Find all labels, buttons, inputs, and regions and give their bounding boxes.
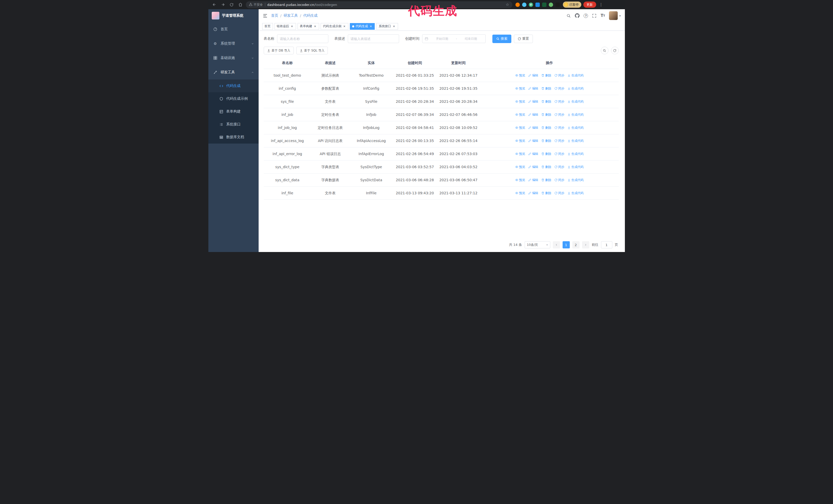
prev-page-button[interactable] xyxy=(553,241,560,248)
font-size-icon[interactable]: TT xyxy=(600,13,605,18)
sync-link[interactable]: 同步 xyxy=(554,138,564,143)
sidebar-item-infra[interactable]: 基础设施 xyxy=(208,51,259,65)
goto-page-input[interactable] xyxy=(601,241,612,248)
preview-link[interactable]: 预览 xyxy=(515,138,525,143)
reload-icon[interactable] xyxy=(229,1,235,8)
sidebar-item-codegen-example[interactable]: 代码生成示例 xyxy=(208,92,259,105)
sync-link[interactable]: 同步 xyxy=(554,99,564,104)
tab-codegen-example[interactable]: 代码生成示例 × xyxy=(320,23,348,30)
back-icon[interactable] xyxy=(211,1,218,8)
extension-icon[interactable] xyxy=(536,3,540,7)
edit-link[interactable]: 编辑 xyxy=(528,99,538,104)
home-icon[interactable] xyxy=(237,1,244,8)
preview-link[interactable]: 预览 xyxy=(515,177,525,183)
help-icon[interactable]: ? xyxy=(584,14,588,18)
user-menu[interactable]: ▾ xyxy=(609,11,620,20)
tab-codegen[interactable]: 代码生成 × xyxy=(350,23,375,30)
profile-paused-badge[interactable]: 已暂停 xyxy=(563,2,581,8)
sync-link[interactable]: 同步 xyxy=(554,151,564,157)
close-icon[interactable]: × xyxy=(290,25,294,28)
sync-link[interactable]: 同步 xyxy=(554,86,564,91)
generate-code-link[interactable]: 生成代码 xyxy=(568,164,584,169)
sync-link[interactable]: 同步 xyxy=(554,125,564,130)
edit-link[interactable]: 编辑 xyxy=(528,112,538,117)
breadcrumb-devtools[interactable]: 研发工具 xyxy=(284,13,298,18)
table-name-input[interactable] xyxy=(277,34,328,43)
preview-link[interactable]: 预览 xyxy=(515,164,525,169)
page-button-1[interactable]: 1 xyxy=(563,241,570,248)
hamburger-icon[interactable] xyxy=(263,13,268,18)
search-button[interactable]: 搜索 xyxy=(492,34,511,43)
close-icon[interactable]: × xyxy=(369,25,373,28)
fullscreen-icon[interactable] xyxy=(592,14,596,18)
bookmark-star-icon[interactable]: ☆ xyxy=(506,2,509,7)
date-range-picker[interactable]: 开始日期 - 结束日期 xyxy=(422,34,486,43)
generate-code-link[interactable]: 生成代码 xyxy=(568,125,584,130)
tab-form-builder[interactable]: 表单构建 × xyxy=(298,23,319,30)
delete-link[interactable]: 删除 xyxy=(541,112,551,117)
preview-link[interactable]: 预览 xyxy=(515,190,525,196)
reset-button[interactable]: 重置 xyxy=(514,34,533,43)
preview-link[interactable]: 预览 xyxy=(515,86,525,91)
sync-link[interactable]: 同步 xyxy=(554,112,564,117)
delete-link[interactable]: 删除 xyxy=(541,86,551,91)
preview-link[interactable]: 预览 xyxy=(515,112,525,117)
delete-link[interactable]: 删除 xyxy=(541,177,551,183)
extension-icon[interactable] xyxy=(555,3,560,7)
toggle-search-button[interactable] xyxy=(601,47,609,54)
generate-code-link[interactable]: 生成代码 xyxy=(568,177,584,183)
extension-icon[interactable] xyxy=(522,3,526,7)
sync-link[interactable]: 同步 xyxy=(554,177,564,183)
edit-link[interactable]: 编辑 xyxy=(528,164,538,169)
sidebar-item-system[interactable]: ⚙ 系统管理 xyxy=(208,37,259,51)
sidebar-item-db-doc[interactable]: 数据库文档 xyxy=(208,131,259,144)
delete-link[interactable]: 删除 xyxy=(541,164,551,169)
preview-link[interactable]: 预览 xyxy=(515,125,525,130)
table-desc-input[interactable] xyxy=(348,34,399,43)
extension-icon[interactable] xyxy=(549,3,553,7)
page-button-2[interactable]: 2 xyxy=(572,241,579,248)
close-icon[interactable]: × xyxy=(392,25,396,28)
update-button[interactable]: 更新 xyxy=(584,2,596,8)
edit-link[interactable]: 编辑 xyxy=(528,86,538,91)
delete-link[interactable]: 删除 xyxy=(541,190,551,196)
page-size-select[interactable]: 10条/页 ▾ xyxy=(525,241,550,248)
generate-code-link[interactable]: 生成代码 xyxy=(568,86,584,91)
edit-link[interactable]: 编辑 xyxy=(528,190,538,196)
tab-home[interactable]: 首页 xyxy=(262,23,273,30)
security-warning[interactable]: 不安全 xyxy=(249,3,263,7)
extension-icon[interactable]: V xyxy=(529,3,533,7)
tab-tracing[interactable]: 链路追踪 × xyxy=(275,23,296,30)
generate-code-link[interactable]: 生成代码 xyxy=(568,138,584,143)
sidebar-item-form-builder[interactable]: 表单构建 xyxy=(208,105,259,118)
tab-api[interactable]: 系统接口 × xyxy=(376,23,398,30)
close-icon[interactable]: × xyxy=(343,25,346,28)
sync-link[interactable]: 同步 xyxy=(554,73,564,78)
sidebar-logo[interactable]: 芋道管理系统 xyxy=(208,9,259,22)
preview-link[interactable]: 预览 xyxy=(515,73,525,78)
delete-link[interactable]: 删除 xyxy=(541,125,551,130)
sync-link[interactable]: 同步 xyxy=(554,164,564,169)
sync-link[interactable]: 同步 xyxy=(554,190,564,196)
generate-code-link[interactable]: 生成代码 xyxy=(568,151,584,157)
sidebar-item-api[interactable]: 系统接口 xyxy=(208,118,259,131)
forward-icon[interactable] xyxy=(220,1,226,8)
extension-icon[interactable] xyxy=(516,3,520,7)
search-icon[interactable] xyxy=(567,14,571,18)
github-icon[interactable] xyxy=(575,13,579,18)
refresh-table-button[interactable] xyxy=(611,47,619,54)
edit-link[interactable]: 编辑 xyxy=(528,73,538,78)
delete-link[interactable]: 删除 xyxy=(541,99,551,104)
preview-link[interactable]: 预览 xyxy=(515,151,525,157)
browser-menu-icon[interactable]: ⋮ xyxy=(598,2,604,7)
sidebar-item-codegen[interactable]: 代码生成 xyxy=(208,79,259,92)
close-icon[interactable]: × xyxy=(313,25,317,28)
generate-code-link[interactable]: 生成代码 xyxy=(568,190,584,196)
sidebar-item-devtools[interactable]: 研发工具 xyxy=(208,65,259,79)
next-page-button[interactable] xyxy=(582,241,589,248)
generate-code-link[interactable]: 生成代码 xyxy=(568,99,584,104)
edit-link[interactable]: 编辑 xyxy=(528,138,538,143)
edit-link[interactable]: 编辑 xyxy=(528,125,538,130)
edit-link[interactable]: 编辑 xyxy=(528,177,538,183)
sidebar-item-home[interactable]: 首页 xyxy=(208,22,259,37)
